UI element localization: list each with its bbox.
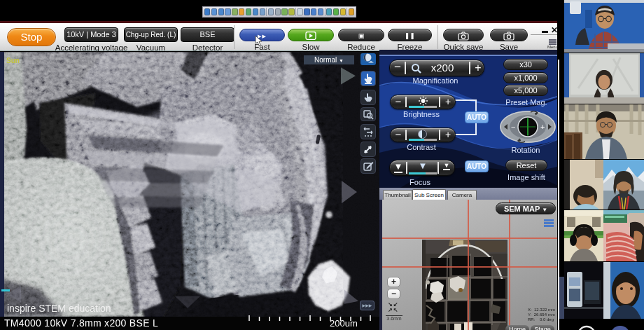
svg-text:−: −	[511, 123, 515, 131]
svg-text:+: +	[540, 123, 545, 131]
